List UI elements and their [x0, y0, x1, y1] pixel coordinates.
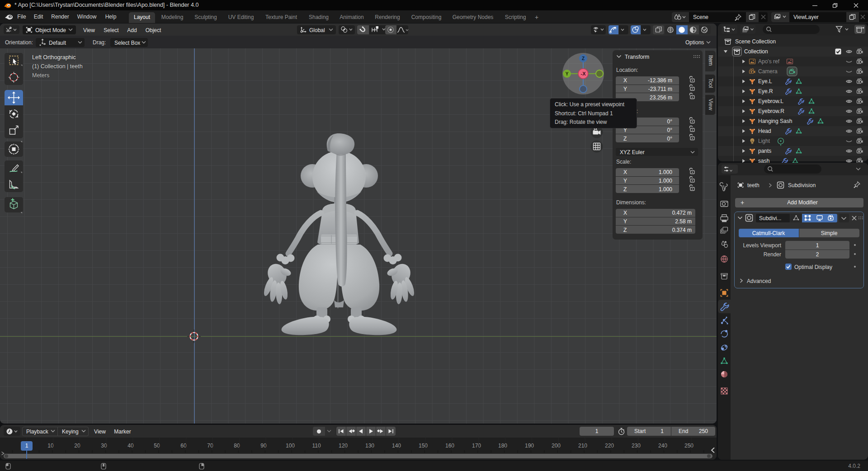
svg-text:Apo's ref: Apo's ref [758, 58, 780, 65]
svg-text:Camera: Camera [758, 68, 778, 75]
svg-text:Light: Light [758, 138, 770, 144]
svg-text:Z: Z [582, 56, 585, 61]
svg-text:Head: Head [758, 128, 771, 134]
svg-text:Eyebrow.R: Eyebrow.R [758, 108, 784, 114]
svg-text:Eye.L: Eye.L [758, 78, 772, 85]
svg-text:Y: Y [566, 71, 569, 76]
svg-text:Eye.R: Eye.R [758, 88, 773, 94]
svg-text:-X: -X [581, 71, 586, 76]
svg-text:pants: pants [758, 148, 771, 154]
svg-text:Eyebrow.L: Eyebrow.L [758, 98, 783, 104]
svg-text:Hanging Sash: Hanging Sash [758, 118, 792, 124]
